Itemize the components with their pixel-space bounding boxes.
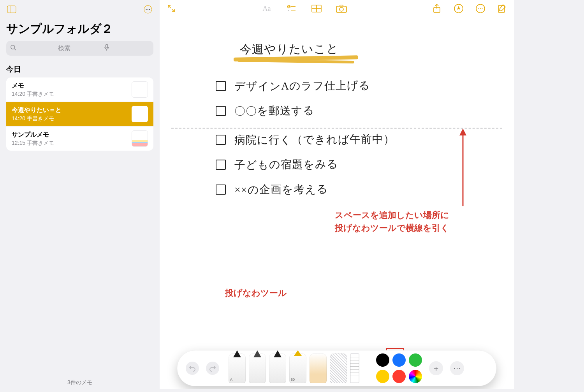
note-toolbar: Aa: [160, 0, 514, 16]
note-canvas-area: Aa 今週やりたいこ: [160, 0, 514, 389]
note-subtitle: 手書きメモ: [27, 115, 54, 121]
share-button[interactable]: [431, 3, 442, 14]
svg-point-6: [11, 45, 15, 49]
color-swatch-black[interactable]: [376, 353, 389, 367]
redo-button[interactable]: [206, 362, 219, 375]
search-field[interactable]: 検索: [6, 41, 153, 56]
svg-rect-8: [106, 44, 107, 48]
svg-rect-0: [7, 6, 16, 13]
note-list: メモ 14:20 手書きメモ 今週やりたい＝と 14:20 手書きメモ サンプル…: [6, 77, 153, 151]
note-row[interactable]: 今週やりたい＝と 14:20 手書きメモ: [6, 102, 153, 126]
list-section-header: 今日: [6, 64, 153, 74]
note-time: 12:15: [12, 140, 25, 146]
note-title: サンプルメモ: [12, 131, 128, 139]
search-icon: [10, 44, 56, 52]
svg-point-22: [478, 8, 479, 9]
annotation-lasso-label: 投げなわツール: [225, 287, 287, 299]
text-format-button[interactable]: Aa: [261, 3, 272, 14]
tool-badge: A: [230, 378, 232, 381]
svg-point-13: [288, 10, 289, 11]
color-swatch-green[interactable]: [409, 353, 422, 367]
marker-tool[interactable]: 80: [289, 353, 306, 383]
handwritten-checkbox: [216, 185, 226, 195]
note-title: 今週やりたい＝と: [12, 106, 128, 114]
note-thumbnail: [132, 130, 148, 147]
annotation-instruction: スペースを追加したい場所に 投げなわツールで横線を引く: [335, 209, 449, 234]
list-options-button[interactable]: [142, 4, 153, 15]
tool-badge: 80: [291, 378, 295, 381]
svg-point-3: [146, 9, 147, 10]
svg-point-23: [480, 8, 481, 9]
add-tool-button[interactable]: ＋: [429, 361, 443, 375]
toolbar-more-button[interactable]: ⋯: [450, 361, 464, 375]
handwritten-item: 子どもの宿題をみる: [234, 157, 338, 172]
lasso-tool[interactable]: [330, 353, 347, 383]
annotation-line: スペースを追加したい場所に: [335, 210, 449, 220]
color-swatches: [376, 353, 422, 383]
note-row[interactable]: メモ 14:20 手書きメモ: [6, 77, 153, 102]
pencil-tool[interactable]: [249, 353, 266, 383]
handwritten-title: 今週やりたいこと: [240, 41, 339, 58]
drawing-toolbar[interactable]: A 80 ＋ ⋯: [177, 350, 496, 386]
color-swatch-rainbow[interactable]: [409, 370, 422, 383]
handwritten-item: 病院に行く（できれば午前中）: [234, 132, 395, 148]
handwritten-checkbox: [216, 160, 226, 170]
folder-title: サンプルフォルダ２: [6, 21, 153, 37]
note-thumbnail: [132, 106, 148, 122]
more-button[interactable]: [475, 3, 486, 14]
handwritten-checkbox: [216, 106, 226, 116]
pen-tool[interactable]: A: [229, 353, 246, 383]
svg-marker-27: [459, 128, 466, 135]
dictation-icon[interactable]: [104, 44, 150, 53]
note-time: 14:20: [12, 91, 25, 97]
expand-arrows-icon[interactable]: [166, 3, 177, 14]
yellow-underline: [237, 59, 354, 63]
handwriting-canvas[interactable]: 今週やりたいこと デザインAのラフ仕上げる 〇〇を郵送する 病院に行く（できれば…: [160, 19, 514, 389]
note-time: 14:20: [12, 115, 25, 121]
search-placeholder: 検索: [58, 44, 104, 53]
annotation-arrow-icon: [458, 128, 468, 206]
handwritten-item: デザインAのラフ仕上げる: [234, 78, 370, 94]
svg-point-18: [339, 7, 343, 11]
color-swatch-blue[interactable]: [392, 353, 406, 367]
svg-line-7: [14, 49, 16, 50]
svg-point-5: [150, 9, 150, 10]
note-title: メモ: [12, 82, 128, 90]
ruler-tool[interactable]: [350, 353, 359, 383]
tool-tray: A 80: [226, 353, 362, 383]
undo-button[interactable]: [186, 362, 199, 375]
notes-sidebar: サンプルフォルダ２ 検索 今日 メモ 14:20 手書きメモ 今週やりたい＝と …: [0, 0, 160, 389]
checklist-button[interactable]: [286, 3, 297, 14]
note-subtitle: 手書きメモ: [27, 91, 54, 97]
eraser-tool[interactable]: [310, 353, 327, 383]
color-swatch-yellow[interactable]: [376, 370, 389, 383]
annotation-line: 投げなわツールで横線を引く: [335, 223, 449, 233]
table-button[interactable]: [311, 3, 322, 14]
markup-button[interactable]: [453, 3, 464, 14]
lasso-selection-line: [171, 128, 502, 128]
handwritten-checkbox: [216, 81, 226, 91]
compose-button[interactable]: [497, 3, 508, 14]
highlighter-tool[interactable]: [269, 353, 286, 383]
svg-point-24: [482, 8, 483, 9]
toolbar-divider: [369, 358, 369, 379]
camera-button[interactable]: [336, 3, 347, 14]
note-thumbnail: [132, 81, 148, 98]
note-row[interactable]: サンプルメモ 12:15 手書きメモ: [6, 126, 153, 151]
handwritten-checkbox: [216, 135, 226, 145]
note-subtitle: 手書きメモ: [27, 140, 54, 146]
handwritten-item: 〇〇を郵送する: [234, 103, 315, 118]
handwritten-item: ××の企画を考える: [234, 182, 328, 197]
svg-point-4: [148, 9, 148, 10]
sidebar-toggle-button[interactable]: [6, 4, 17, 15]
sidebar-footer-count: 3件のメモ: [0, 379, 160, 386]
color-swatch-red[interactable]: [392, 370, 406, 383]
